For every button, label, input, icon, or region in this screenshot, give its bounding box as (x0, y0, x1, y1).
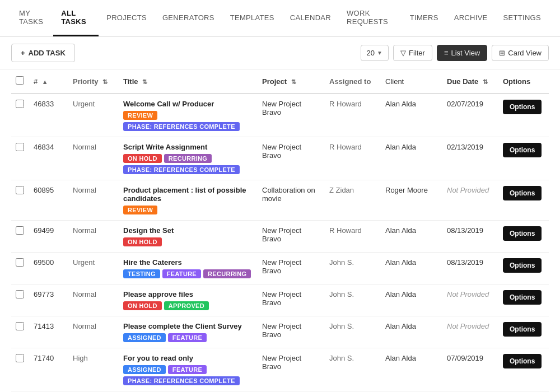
task-options-cell: Options (498, 348, 549, 391)
task-title-cell: Hire the CaterersTESTINGFEATURERECURRING (119, 253, 258, 284)
row-checkbox[interactable] (16, 322, 24, 330)
task-project: New Project Bravo (258, 94, 325, 137)
table-header: # ▲ Priority ⇅ Title ⇅ Project ⇅ Assigne… (11, 69, 549, 94)
badge-feature: FEATURE (168, 365, 207, 374)
row-checkbox[interactable] (16, 100, 24, 108)
filter-button[interactable]: ▽ Filter (393, 45, 432, 61)
task-client: Alan Alda (381, 284, 442, 316)
row-checkbox[interactable] (16, 143, 24, 151)
options-button[interactable]: Options (503, 354, 542, 368)
header-priority[interactable]: Priority ⇅ (68, 69, 119, 94)
task-client: Alan Alda (381, 221, 442, 253)
badge-recurring: RECURRING (164, 154, 212, 163)
plus-icon: + (21, 49, 25, 57)
task-due-date: 02/07/2019 (442, 94, 498, 137)
badge-recurring: RECURRING (203, 269, 251, 278)
list-view-button[interactable]: ≡ List View (437, 45, 487, 61)
nav-item-projects[interactable]: PROJECTS (99, 4, 155, 32)
task-badges: REVIEW (123, 206, 253, 214)
task-priority: Normal (68, 221, 119, 253)
header-assigned: Assigned to (325, 69, 381, 94)
task-priority: Normal (68, 180, 119, 221)
table-body: 46833UrgentWelcome Call w/ ProducerREVIE… (11, 94, 549, 391)
table-row: 46834NormalScript Write AssignmentON HOL… (11, 137, 549, 180)
task-due-date: Not Provided (442, 180, 498, 221)
nav-item-generators[interactable]: GENERATORS (155, 4, 222, 32)
badge-phase: PHASE: REFERENCES COMPLETE (123, 122, 240, 131)
task-due-date: 08/13/2019 (442, 253, 498, 284)
task-client: Alan Alda (381, 348, 442, 391)
header-project[interactable]: Project ⇅ (258, 69, 325, 94)
nav-bar: MY TASKSALL TASKSPROJECTSGENERATORSTEMPL… (0, 0, 560, 37)
nav-item-archive[interactable]: ARCHIVE (446, 4, 496, 32)
task-options-cell: Options (498, 180, 549, 221)
badge-on-hold: ON HOLD (123, 301, 162, 310)
header-num[interactable]: # ▲ (29, 69, 68, 94)
task-priority: Urgent (68, 253, 119, 284)
task-priority: High (68, 348, 119, 391)
toolbar-right: 20 ▼ ▽ Filter ≡ List View ⊞ Card View (361, 45, 549, 61)
task-badges: TESTINGFEATURERECURRING (123, 269, 253, 278)
task-title: Hire the Caterers (123, 258, 253, 267)
task-client: Alan Alda (381, 137, 442, 180)
task-badges: ON HOLDRECURRINGPHASE: REFERENCES COMPLE… (123, 154, 253, 174)
task-title: Welcome Call w/ Producer (123, 100, 253, 108)
options-button[interactable]: Options (503, 143, 542, 157)
nav-item-work-requests[interactable]: WORK REQUESTS (339, 0, 402, 36)
task-assigned: John S. (325, 348, 381, 391)
badge-on-hold: ON HOLD (123, 237, 162, 246)
row-checkbox[interactable] (16, 290, 24, 298)
badge-approved: APPROVED (164, 301, 209, 310)
options-button[interactable]: Options (503, 290, 542, 305)
tasks-table-container: # ▲ Priority ⇅ Title ⇅ Project ⇅ Assigne… (0, 69, 560, 391)
chevron-down-icon: ▼ (377, 50, 382, 56)
task-number: 71413 (29, 316, 68, 348)
task-title-cell: Design the SetON HOLD (119, 221, 258, 253)
per-page-select[interactable]: 20 ▼ (361, 45, 389, 61)
badge-phase: PHASE: REFERENCES COMPLETE (123, 376, 240, 385)
task-options-cell: Options (498, 284, 549, 316)
list-icon: ≡ (444, 49, 449, 57)
header-due[interactable]: Due Date ⇅ (442, 69, 498, 94)
row-checkbox[interactable] (16, 186, 24, 194)
task-project: New Project Bravo (258, 253, 325, 284)
badge-assigned: ASSIGNED (123, 365, 166, 374)
header-client: Client (381, 69, 442, 94)
nav-item-my-tasks[interactable]: MY TASKS (11, 0, 53, 36)
task-options-cell: Options (498, 253, 549, 284)
task-due-date: 07/09/2019 (442, 348, 498, 391)
options-button[interactable]: Options (503, 186, 542, 200)
select-all-checkbox[interactable] (16, 76, 24, 85)
row-checkbox[interactable] (16, 226, 24, 235)
task-title-cell: Script Write AssignmentON HOLDRECURRINGP… (119, 137, 258, 180)
task-number: 69499 (29, 221, 68, 253)
card-view-button[interactable]: ⊞ Card View (492, 45, 549, 61)
options-button[interactable]: Options (503, 258, 542, 273)
options-button[interactable]: Options (503, 322, 542, 337)
task-title: Please complete the Client Survey (123, 322, 253, 330)
nav-item-timers[interactable]: TIMERS (402, 4, 446, 32)
task-priority: Urgent (68, 94, 119, 137)
nav-item-all-tasks[interactable]: ALL TASKS (53, 0, 99, 36)
task-title: Please approve files (123, 290, 253, 298)
badge-review: REVIEW (123, 111, 157, 120)
task-title-cell: Welcome Call w/ ProducerREVIEWPHASE: REF… (119, 94, 258, 137)
options-button[interactable]: Options (503, 100, 542, 114)
nav-item-templates[interactable]: TEMPLATES (222, 4, 282, 32)
task-number: 46833 (29, 94, 68, 137)
row-checkbox[interactable] (16, 354, 24, 362)
task-project: New Project Bravo (258, 348, 325, 391)
task-project: New Project Bravo (258, 284, 325, 316)
task-badges: ASSIGNEDFEATUREPHASE: REFERENCES COMPLET… (123, 365, 253, 385)
row-checkbox[interactable] (16, 258, 24, 267)
nav-item-settings[interactable]: SETTINGS (496, 4, 549, 32)
options-button[interactable]: Options (503, 226, 542, 241)
nav-item-calendar[interactable]: CALENDAR (282, 4, 339, 32)
header-title[interactable]: Title ⇅ (119, 69, 258, 94)
add-task-button[interactable]: + ADD TASK (11, 44, 75, 62)
task-title: Product placement : list of possible can… (123, 186, 253, 203)
per-page-value: 20 (367, 49, 375, 57)
task-number: 71740 (29, 348, 68, 391)
task-assigned: John S. (325, 253, 381, 284)
task-priority: Normal (68, 316, 119, 348)
